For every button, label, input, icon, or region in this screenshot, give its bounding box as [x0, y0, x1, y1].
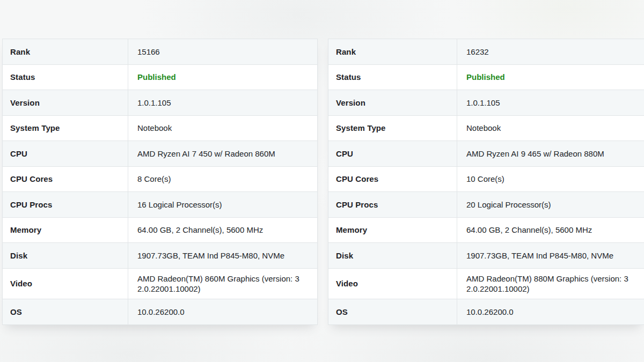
spec-row: CPU AMD Ryzen AI 7 450 w/ Radeon 860M: [3, 141, 317, 167]
background: { "colors": { "published_green": "#1e8c1…: [0, 0, 644, 362]
spec-value: 16232: [457, 39, 644, 64]
spec-row: Version 1.0.1.105: [3, 90, 317, 116]
spec-value: 1.0.1.105: [457, 90, 644, 115]
spec-value: Notebook: [128, 116, 317, 141]
status-badge: Published: [457, 65, 644, 90]
spec-label: OS: [328, 299, 457, 324]
spec-label: Memory: [3, 218, 128, 243]
spec-value: 15166: [128, 39, 317, 64]
left-spec-table: Rank 15166 Status Published Version 1.0.…: [2, 39, 318, 325]
spec-row: CPU Procs 16 Logical Processor(s): [3, 192, 317, 218]
spec-row: Version 1.0.1.105: [328, 90, 644, 116]
spec-row: Status Published: [3, 65, 317, 91]
spec-label: Video: [3, 269, 128, 299]
spec-value: 1.0.1.105: [128, 90, 317, 115]
spec-row: CPU Procs 20 Logical Processor(s): [328, 192, 644, 218]
spec-label: CPU Cores: [3, 167, 128, 192]
spec-label: OS: [3, 299, 128, 324]
spec-label: CPU: [328, 141, 457, 166]
spec-row: CPU AMD Ryzen AI 9 465 w/ Radeon 880M: [328, 141, 644, 167]
spec-row: Memory 64.00 GB, 2 Channel(s), 5600 MHz: [3, 218, 317, 243]
spec-value: 1907.73GB, TEAM Ind P845-M80, NVMe: [457, 243, 644, 268]
spec-value: AMD Radeon(TM) 860M Graphics (version: 3…: [128, 269, 317, 299]
spec-label: System Type: [3, 116, 128, 141]
spec-row: Disk 1907.73GB, TEAM Ind P845-M80, NVMe: [328, 243, 644, 269]
spec-label: System Type: [328, 116, 457, 141]
spec-label: Rank: [3, 39, 128, 64]
spec-label: CPU Cores: [328, 167, 457, 192]
spec-row: Video AMD Radeon(TM) 860M Graphics (vers…: [3, 269, 317, 300]
spec-label: CPU Procs: [3, 192, 128, 217]
spec-label: Memory: [328, 218, 457, 243]
spec-value: AMD Radeon(TM) 880M Graphics (version: 3…: [457, 269, 644, 299]
spec-label: Rank: [328, 39, 457, 64]
spec-value: 64.00 GB, 2 Channel(s), 5600 MHz: [128, 218, 317, 243]
status-badge: Published: [128, 65, 317, 90]
spec-row: Rank 15166: [3, 39, 317, 65]
spec-value: 20 Logical Processor(s): [457, 192, 644, 217]
spec-row: System Type Notebook: [328, 116, 644, 142]
spec-value: 10 Core(s): [457, 167, 644, 192]
spec-row: CPU Cores 10 Core(s): [328, 167, 644, 193]
spec-value: 10.0.26200.0: [128, 299, 317, 324]
spec-label: Status: [3, 65, 128, 90]
spec-value: AMD Ryzen AI 9 465 w/ Radeon 880M: [457, 141, 644, 166]
spec-value: 10.0.26200.0: [457, 299, 644, 324]
spec-row: Memory 64.00 GB, 2 Channel(s), 5600 MHz: [328, 218, 644, 243]
spec-label: Disk: [328, 243, 457, 268]
spec-row: OS 10.0.26200.0: [328, 299, 644, 325]
spec-label: Version: [328, 90, 457, 115]
spec-label: Version: [3, 90, 128, 115]
spec-row: Video AMD Radeon(TM) 880M Graphics (vers…: [328, 269, 644, 300]
spec-value: 8 Core(s): [128, 167, 317, 192]
spec-value: 16 Logical Processor(s): [128, 192, 317, 217]
spec-row: Rank 16232: [328, 39, 644, 65]
spec-label: CPU: [3, 141, 128, 166]
spec-value: 64.00 GB, 2 Channel(s), 5600 MHz: [457, 218, 644, 243]
spec-label: Disk: [3, 243, 128, 268]
spec-row: Status Published: [328, 65, 644, 91]
spec-label: CPU Procs: [328, 192, 457, 217]
spec-row: Disk 1907.73GB, TEAM Ind P845-M80, NVMe: [3, 243, 317, 269]
spec-label: Video: [328, 269, 457, 299]
right-spec-table: Rank 16232 Status Published Version 1.0.…: [328, 39, 644, 325]
spec-row: OS 10.0.26200.0: [3, 299, 317, 325]
spec-row: CPU Cores 8 Core(s): [3, 167, 317, 193]
spec-label: Status: [328, 65, 457, 90]
spec-value: 1907.73GB, TEAM Ind P845-M80, NVMe: [128, 243, 317, 268]
spec-value: Notebook: [457, 116, 644, 141]
spec-value: AMD Ryzen AI 7 450 w/ Radeon 860M: [128, 141, 317, 166]
spec-row: System Type Notebook: [3, 116, 317, 142]
